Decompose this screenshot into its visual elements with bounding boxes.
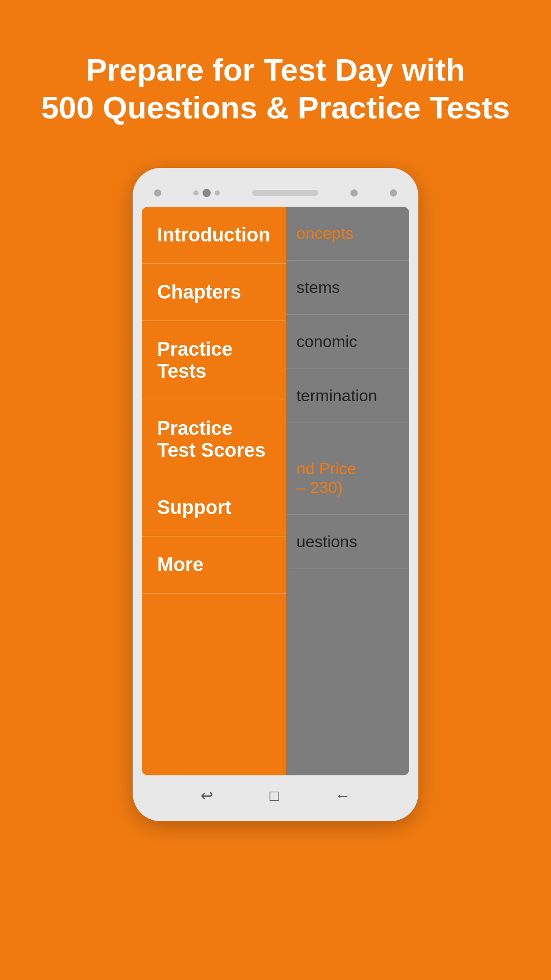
nav-back-button[interactable]: ← [335, 787, 350, 804]
content-item-questions: uestions [286, 515, 409, 569]
camera-dot-center [203, 189, 211, 197]
menu-item-introduction[interactable]: Introduction [142, 207, 286, 264]
phone-notch [252, 190, 318, 196]
menu-item-support[interactable]: Support [142, 479, 286, 536]
content-item-price: nd Price – 230) [286, 423, 409, 515]
nav-home-button[interactable]: □ [269, 787, 279, 804]
phone-bottom-nav: ↩ □ ← [142, 780, 409, 811]
menu-item-chapters[interactable]: Chapters [142, 264, 286, 321]
content-empty-space [286, 569, 409, 775]
status-dot-2 [215, 190, 220, 195]
content-item-stems: stems [286, 261, 409, 315]
sensor-dot-2 [390, 189, 397, 197]
menu-item-practice-test-scores[interactable]: Practice Test Scores [142, 400, 286, 479]
menu-empty-space [142, 594, 286, 775]
menu-panel: Introduction Chapters Practice Tests Pra… [142, 207, 286, 775]
menu-item-more[interactable]: More [142, 536, 286, 594]
content-item-concepts: oncepts [286, 207, 409, 261]
phone-mockup: Introduction Chapters Practice Tests Pra… [133, 168, 418, 821]
menu-item-practice-tests[interactable]: Practice Tests [142, 321, 286, 400]
content-item-termination: termination [286, 369, 409, 423]
phone-dots-center [193, 189, 220, 197]
sensor-dot-1 [350, 189, 358, 197]
phone-screen: Introduction Chapters Practice Tests Pra… [142, 207, 409, 775]
content-panel: oncepts stems conomic termination nd Pri… [286, 207, 409, 775]
phone-status-bar [142, 183, 409, 203]
header-title: Prepare for Test Day with 500 Questions … [1, 51, 551, 127]
content-item-conomic: conomic [286, 315, 409, 369]
camera-dot-left [154, 189, 161, 197]
nav-recent-button[interactable]: ↩ [201, 787, 213, 804]
status-dot-1 [193, 190, 198, 195]
